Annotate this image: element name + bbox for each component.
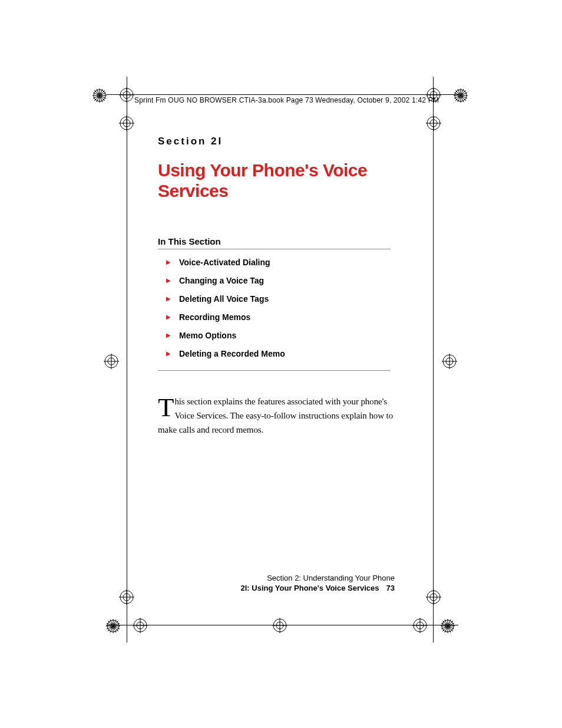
register-mark-icon	[119, 589, 134, 605]
footer-title-line: 2I: Using Your Phone's Voice Services73	[241, 584, 395, 592]
section-label: Section 2I	[158, 136, 405, 147]
register-mark-icon	[104, 354, 119, 369]
register-mark-icon	[426, 589, 441, 605]
bullet-arrow-icon: ▶	[166, 351, 171, 357]
page-number: 73	[386, 584, 395, 592]
running-header-text: Sprint Fm OUG NO BROWSER CTIA-3a.book Pa…	[134, 96, 439, 104]
register-mark-icon	[272, 618, 287, 633]
register-mark-icon	[133, 618, 148, 633]
toc-item-label: Changing a Voice Tag	[179, 276, 264, 285]
crop-line-vertical-left	[127, 77, 127, 643]
register-mark-icon	[442, 354, 457, 369]
toc-item: ▶Deleting All Voice Tags	[166, 294, 405, 304]
bullet-arrow-icon: ▶	[166, 332, 171, 338]
toc-item: ▶Recording Memos	[166, 312, 405, 322]
toc-item: ▶Voice-Activated Dialing	[166, 258, 405, 267]
toc-item-label: Voice-Activated Dialing	[179, 258, 270, 267]
bullet-arrow-icon: ▶	[166, 314, 171, 320]
toc-item: ▶Changing a Voice Tag	[166, 276, 405, 285]
running-header: Sprint Fm OUG NO BROWSER CTIA-3a.book Pa…	[134, 96, 439, 104]
toc-item-label: Recording Memos	[179, 312, 250, 322]
page-footer: Section 2: Understanding Your Phone 2I: …	[241, 574, 395, 592]
subheading: In This Section	[158, 236, 405, 246]
footer-title-text: 2I: Using Your Phone's Voice Services	[241, 584, 379, 592]
crop-line-vertical-right	[433, 77, 434, 643]
register-mark-icon	[106, 619, 120, 633]
toc-item: ▶Deleting a Recorded Memo	[166, 349, 405, 358]
toc-item-label: Deleting a Recorded Memo	[179, 349, 285, 358]
page-title: Using Your Phone's Voice Services	[158, 160, 405, 201]
divider	[158, 370, 391, 371]
bullet-arrow-icon: ▶	[166, 278, 171, 284]
toc-list: ▶Voice-Activated Dialing ▶Changing a Voi…	[166, 258, 405, 358]
register-mark-icon	[441, 619, 455, 633]
register-mark-icon	[119, 116, 134, 131]
register-mark-icon	[92, 88, 107, 103]
toc-item: ▶Memo Options	[166, 331, 405, 340]
page-content: Section 2I Using Your Phone's Voice Serv…	[158, 136, 405, 437]
crop-line-horizontal-top	[106, 94, 458, 95]
bullet-arrow-icon: ▶	[166, 296, 171, 302]
register-mark-icon	[454, 88, 468, 103]
register-mark-icon	[412, 618, 428, 633]
divider	[158, 249, 391, 249]
toc-item-label: Deleting All Voice Tags	[179, 294, 269, 304]
register-mark-icon	[426, 116, 441, 131]
dropcap: T	[158, 394, 174, 419]
register-mark-icon	[119, 87, 134, 103]
paragraph-text: his section explains the features associ…	[158, 397, 393, 434]
bullet-arrow-icon: ▶	[166, 259, 171, 265]
footer-section-line: Section 2: Understanding Your Phone	[241, 574, 395, 582]
body-paragraph: This section explains the features assoc…	[158, 394, 394, 437]
toc-item-label: Memo Options	[179, 331, 236, 340]
